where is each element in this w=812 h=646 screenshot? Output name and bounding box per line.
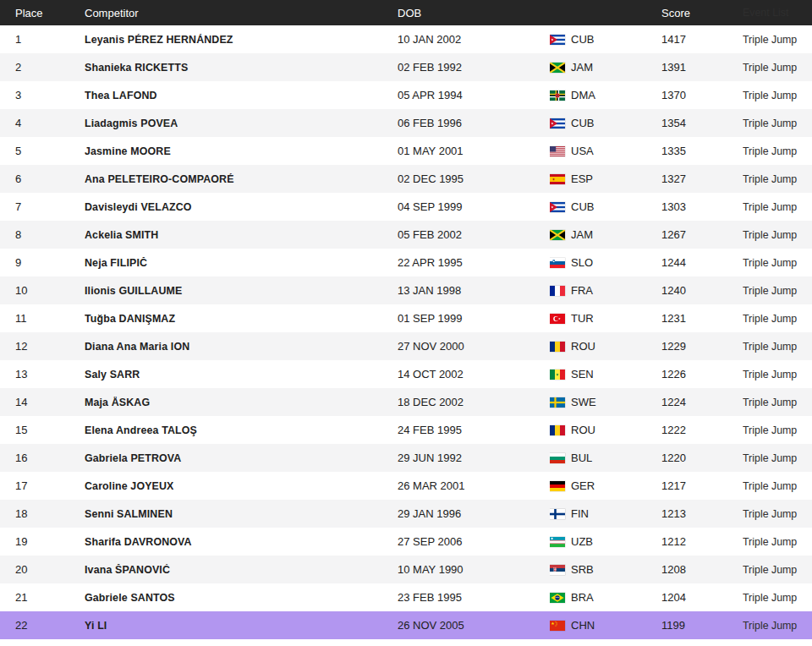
country-code: CUB [571, 117, 594, 129]
competitor-name: Neja FILIPIČ [85, 257, 398, 269]
column-header-place: Place [0, 7, 85, 19]
country-code: JAM [571, 61, 593, 74]
score-cell: 1226 [661, 368, 743, 380]
event-cell: Triple Jump [743, 201, 812, 213]
place-cell: 1 [0, 33, 85, 46]
nationality-cell: SRB [550, 563, 661, 576]
country-flag-icon [550, 342, 565, 352]
nationality-cell: CUB [550, 200, 661, 213]
nationality-cell: CHN [550, 619, 661, 632]
table-row[interactable]: 11 Tuğba DANIŞMAZ 01 SEP 1999 TUR 1231 T… [0, 304, 812, 332]
place-cell: 16 [0, 452, 85, 464]
country-code: SLO [571, 256, 593, 269]
score-cell: 1335 [661, 145, 743, 157]
score-cell: 1199 [661, 619, 743, 632]
competitor-name: Gabriele SANTOS [85, 592, 398, 604]
dob-cell: 14 OCT 2002 [398, 368, 550, 380]
country-flag-icon [550, 146, 565, 156]
place-cell: 3 [0, 89, 85, 101]
competitor-name: Diana Ana Maria ION [85, 341, 398, 353]
event-cell: Triple Jump [743, 480, 812, 492]
event-cell: Triple Jump [743, 508, 812, 520]
dob-cell: 26 MAR 2001 [398, 479, 550, 492]
competitor-name: Sharifa DAVRONOVA [85, 536, 398, 548]
ranking-table: Place Competitor DOB Score Event List 1 … [0, 0, 812, 639]
place-cell: 2 [0, 61, 85, 74]
dob-cell: 01 MAY 2001 [398, 145, 550, 157]
dob-cell: 13 JAN 1998 [398, 284, 550, 297]
table-row[interactable]: 22 Yi LI 26 NOV 2005 CHN 1199 Triple Jum… [0, 611, 812, 639]
competitor-name: Liadagmis POVEA [85, 118, 398, 129]
table-row[interactable]: 20 Ivana ŠPANOVIĆ 10 MAY 1990 SRB 1208 T… [0, 556, 812, 583]
column-header-score: Score [661, 7, 743, 19]
country-code: CUB [571, 200, 594, 213]
table-row[interactable]: 5 Jasmine MOORE 01 MAY 2001 USA 1335 Tri… [0, 137, 812, 165]
column-header-competitor: Competitor [85, 7, 398, 19]
country-code: BUL [571, 452, 592, 464]
dob-cell: 02 DEC 1995 [398, 172, 550, 185]
country-flag-icon [550, 621, 565, 631]
competitor-name: Tuğba DANIŞMAZ [85, 313, 398, 325]
table-row[interactable]: 8 Ackelia SMITH 05 FEB 2002 JAM 1267 Tri… [0, 221, 812, 249]
table-row[interactable]: 19 Sharifa DAVRONOVA 27 SEP 2006 UZB 121… [0, 528, 812, 556]
score-cell: 1204 [661, 591, 743, 604]
score-cell: 1231 [661, 312, 743, 325]
table-row[interactable]: 9 Neja FILIPIČ 22 APR 1995 SLO 1244 Trip… [0, 249, 812, 276]
table-header-row: Place Competitor DOB Score Event List [0, 0, 812, 25]
event-cell: Triple Jump [743, 564, 812, 576]
table-row[interactable]: 17 Caroline JOYEUX 26 MAR 2001 GER 1217 … [0, 472, 812, 500]
country-code: DMA [571, 89, 595, 101]
nationality-cell: GER [550, 479, 661, 492]
table-row[interactable]: 3 Thea LAFOND 05 APR 1994 DMA 1370 Tripl… [0, 81, 812, 109]
nationality-cell: CUB [550, 117, 661, 129]
table-row[interactable]: 13 Saly SARR 14 OCT 2002 SEN 1226 Triple… [0, 360, 812, 388]
table-row[interactable]: 15 Elena Andreea TALOŞ 24 FEB 1995 ROU 1… [0, 416, 812, 444]
dob-cell: 29 JAN 1996 [398, 507, 550, 520]
score-cell: 1417 [661, 33, 743, 46]
country-code: GER [571, 479, 595, 492]
country-flag-icon [550, 314, 565, 324]
score-cell: 1267 [661, 228, 743, 241]
dob-cell: 23 FEB 1995 [398, 591, 550, 604]
event-cell: Triple Jump [743, 173, 812, 185]
table-row[interactable]: 10 Ilionis GUILLAUME 13 JAN 1998 FRA 124… [0, 276, 812, 304]
table-row[interactable]: 21 Gabriele SANTOS 23 FEB 1995 BRA 1204 … [0, 583, 812, 611]
nationality-cell: SLO [550, 256, 661, 269]
place-cell: 13 [0, 368, 85, 380]
place-cell: 17 [0, 479, 85, 492]
dob-cell: 18 DEC 2002 [398, 396, 550, 408]
table-row[interactable]: 18 Senni SALMINEN 29 JAN 1996 FIN 1213 T… [0, 500, 812, 528]
competitor-name: Leyanis PÉREZ HERNÁNDEZ [85, 34, 398, 46]
dob-cell: 05 APR 1994 [398, 89, 550, 101]
country-code: SRB [571, 563, 594, 576]
competitor-name: Ana PELETEIRO-COMPAORÉ [85, 173, 398, 185]
event-cell: Triple Jump [743, 313, 812, 325]
table-row[interactable]: 2 Shanieka RICKETTS 02 FEB 1992 JAM 1391… [0, 53, 812, 81]
event-cell: Triple Jump [743, 620, 812, 632]
table-row[interactable]: 16 Gabriela PETROVA 29 JUN 1992 BUL 1220… [0, 444, 812, 472]
nationality-cell: ESP [550, 172, 661, 185]
table-row[interactable]: 7 Davisleydi VELAZCO 04 SEP 1999 CUB 130… [0, 193, 812, 221]
event-cell: Triple Jump [743, 424, 812, 436]
place-cell: 8 [0, 228, 85, 241]
competitor-name: Ackelia SMITH [85, 229, 398, 241]
score-cell: 1244 [661, 256, 743, 269]
competitor-name: Ivana ŠPANOVIĆ [85, 564, 398, 576]
place-cell: 22 [0, 619, 85, 632]
country-code: BRA [571, 591, 594, 604]
dob-cell: 06 FEB 1996 [398, 117, 550, 129]
table-row[interactable]: 1 Leyanis PÉREZ HERNÁNDEZ 10 JAN 2002 CU… [0, 25, 812, 53]
country-code: SEN [571, 368, 594, 380]
event-cell: Triple Jump [743, 90, 812, 101]
table-row[interactable]: 12 Diana Ana Maria ION 27 NOV 2000 ROU 1… [0, 332, 812, 360]
nationality-cell: SWE [550, 396, 661, 408]
table-row[interactable]: 6 Ana PELETEIRO-COMPAORÉ 02 DEC 1995 ESP… [0, 165, 812, 193]
score-cell: 1327 [661, 172, 743, 185]
dob-cell: 05 FEB 2002 [398, 228, 550, 241]
country-flag-icon [550, 565, 565, 575]
score-cell: 1391 [661, 61, 743, 74]
competitor-name: Elena Andreea TALOŞ [85, 424, 398, 436]
table-row[interactable]: 4 Liadagmis POVEA 06 FEB 1996 CUB 1354 T… [0, 109, 812, 137]
event-cell: Triple Jump [743, 229, 812, 241]
table-row[interactable]: 14 Maja ÅSKAG 18 DEC 2002 SWE 1224 Tripl… [0, 388, 812, 416]
